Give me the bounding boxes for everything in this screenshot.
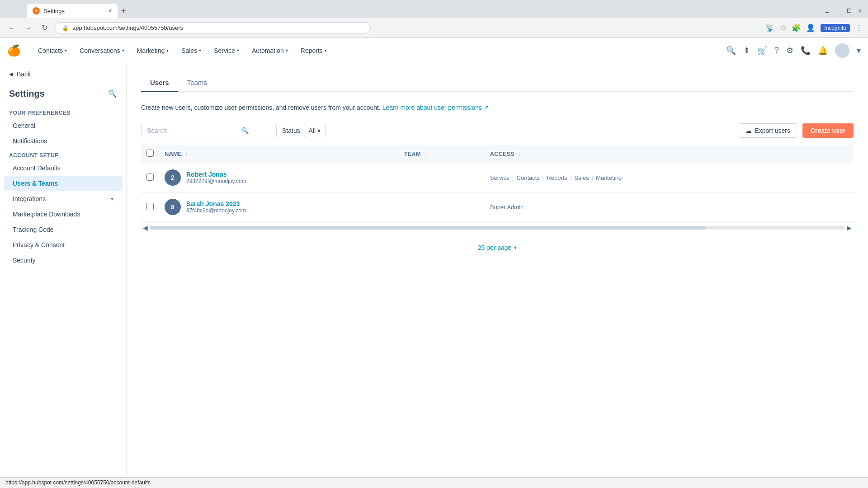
pagination: 25 per page ▾ — [141, 233, 854, 262]
tab-users[interactable]: Users — [141, 74, 178, 92]
name-column-header[interactable]: NAME ↑ — [159, 145, 399, 163]
sidebar-item-security[interactable]: Security — [4, 253, 123, 267]
scroll-track[interactable] — [150, 226, 845, 230]
browser-tab[interactable]: H Settings × — [27, 4, 118, 18]
forward-button[interactable]: → — [22, 22, 34, 34]
maximize-button[interactable]: ⧠ — [844, 6, 854, 15]
nav-reports[interactable]: Reports ▾ — [294, 38, 333, 63]
nav-right: 🔍 ⬆ 🛒 ? ⚙ 📞 🔔 ▾ — [726, 43, 861, 58]
avatar: 2 — [165, 169, 181, 186]
tab-bar: Users Teams — [141, 74, 854, 92]
table-row: 2 Robert Jonas 2982279f@moodjoy.com Serv… — [141, 163, 854, 192]
chevron-right-icon: ▾ — [111, 196, 113, 202]
close-window-button[interactable]: × — [855, 6, 864, 15]
close-tab-button[interactable]: × — [108, 7, 112, 14]
user-email: 2982279f@moodjoy.com — [186, 178, 246, 184]
user-info: 2 Robert Jonas 2982279f@moodjoy.com — [165, 169, 393, 186]
export-icon: ☁ — [745, 127, 752, 134]
cast-icon[interactable]: 📡 — [765, 23, 774, 32]
user-email: 87f4bc9d@moodjoy.com — [186, 207, 246, 214]
account-setup-section-label: Account Setup — [0, 149, 126, 160]
marketplace-icon[interactable]: 🛒 — [757, 46, 767, 56]
chevron-down-icon: ▾ — [166, 48, 169, 53]
minimize-button[interactable]: — — [834, 6, 843, 15]
incognito-button[interactable]: Incognito — [821, 24, 850, 32]
per-page-selector[interactable]: 25 per page ▾ — [478, 244, 517, 251]
sidebar-item-users-teams[interactable]: Users & Teams — [4, 176, 123, 191]
profile-icon: 👤 — [806, 23, 815, 32]
back-button[interactable]: ◀ Back — [0, 63, 126, 85]
chevron-down-icon: ▾ — [325, 48, 327, 53]
hubspot-logo[interactable]: 🍊 — [7, 44, 21, 57]
access-cell: Super Admin — [490, 204, 848, 211]
address-bar[interactable]: 🔒 app.hubspot.com/settings/40055750/user… — [54, 22, 371, 33]
row-checkbox[interactable] — [146, 174, 154, 181]
bookmark-icon[interactable]: ☆ — [780, 23, 786, 32]
status-url: https://app.hubspot.com/settings/4005575… — [5, 479, 151, 486]
nav-marketing[interactable]: Marketing ▾ — [131, 38, 175, 63]
select-all-checkbox[interactable] — [146, 150, 154, 157]
nav-sales[interactable]: Sales ▾ — [175, 38, 208, 63]
chevron-down-icon: ▾ — [286, 48, 288, 53]
refresh-button[interactable]: ↻ — [38, 22, 51, 34]
status-filter: Status: All ▾ — [282, 124, 326, 137]
scroll-left-icon[interactable]: ◀ — [141, 224, 150, 231]
your-preferences-section-label: Your Preferences — [0, 106, 126, 118]
nav-automation[interactable]: Automation ▾ — [245, 38, 294, 63]
upgrade-icon[interactable]: ⬆ — [743, 46, 750, 56]
sort-icon: ↕ — [424, 152, 426, 157]
sidebar-item-general[interactable]: General — [4, 118, 123, 133]
team-column-header[interactable]: TEAM ↕ — [399, 145, 485, 163]
chevron-down-icon: ▾ — [122, 48, 124, 53]
users-table: NAME ↑ TEAM ↕ ACCESS ↕ — [141, 145, 854, 222]
access-badge: Super Admin — [490, 204, 524, 211]
profile-chevron-icon[interactable]: ▾ — [857, 46, 861, 56]
new-tab-button[interactable]: + — [121, 6, 126, 16]
export-users-button[interactable]: ☁ Export users — [739, 123, 797, 138]
toolbar: 🔍 Status: All ▾ ☁ Export users Create us… — [141, 123, 854, 138]
team-cell — [399, 163, 485, 192]
search-input[interactable] — [147, 127, 237, 134]
select-all-header — [141, 145, 159, 163]
sidebar-item-tracking-code[interactable]: Tracking Code — [4, 222, 123, 237]
sidebar-item-notifications[interactable]: Notifications — [4, 134, 123, 148]
nav-contacts[interactable]: Contacts ▾ — [32, 38, 73, 63]
back-label: Back — [17, 70, 31, 78]
notifications-icon[interactable]: 🔔 — [818, 46, 828, 56]
search-box[interactable]: 🔍 — [141, 124, 277, 137]
scroll-right-icon[interactable]: ▶ — [845, 224, 854, 231]
sidebar-item-account-defaults[interactable]: Account Defaults — [4, 161, 123, 175]
settings-icon[interactable]: ⚙ — [786, 46, 793, 56]
create-user-button[interactable]: Create user — [802, 123, 854, 138]
team-cell — [399, 192, 485, 222]
status-dropdown[interactable]: All ▾ — [304, 124, 326, 137]
user-name[interactable]: Robert Jonas — [186, 171, 246, 178]
back-button[interactable]: ← — [5, 22, 18, 34]
sidebar-item-integrations[interactable]: Integrations ▾ — [4, 192, 123, 206]
tab-teams[interactable]: Teams — [178, 74, 216, 92]
chevron-down-icon: ▾ — [65, 48, 67, 53]
sidebar-item-privacy-consent[interactable]: Privacy & Consent — [4, 238, 123, 252]
user-name[interactable]: Sarah Jonas 2023 — [186, 200, 246, 207]
row-checkbox[interactable] — [146, 203, 154, 210]
chevron-down-icon: 🗕 — [823, 6, 832, 15]
learn-more-link[interactable]: Learn more about user permissions ↗ — [382, 104, 489, 111]
search-icon[interactable]: 🔍 — [108, 89, 117, 98]
access-badge: Reports — [547, 174, 567, 181]
more-options-icon[interactable]: ⋮ — [855, 23, 863, 32]
search-icon[interactable]: 🔍 — [726, 46, 736, 56]
nav-service[interactable]: Service ▾ — [208, 38, 245, 63]
tab-title: Settings — [43, 8, 65, 14]
description: Create new users, customize user permiss… — [141, 103, 854, 113]
extensions-icon[interactable]: 🧩 — [792, 23, 801, 32]
sidebar-item-marketplace-downloads[interactable]: Marketplace Downloads — [4, 207, 123, 221]
chevron-down-icon: ▾ — [237, 48, 239, 53]
help-icon[interactable]: ? — [774, 46, 779, 55]
nav-conversations[interactable]: Conversations ▾ — [73, 38, 131, 63]
favicon-icon: H — [33, 7, 40, 14]
sidebar-title: Settings — [9, 89, 45, 99]
access-column-header[interactable]: ACCESS ↕ — [485, 145, 854, 163]
phone-icon[interactable]: 📞 — [801, 46, 811, 56]
avatar[interactable] — [835, 43, 849, 58]
chevron-down-icon: ▾ — [514, 244, 517, 251]
